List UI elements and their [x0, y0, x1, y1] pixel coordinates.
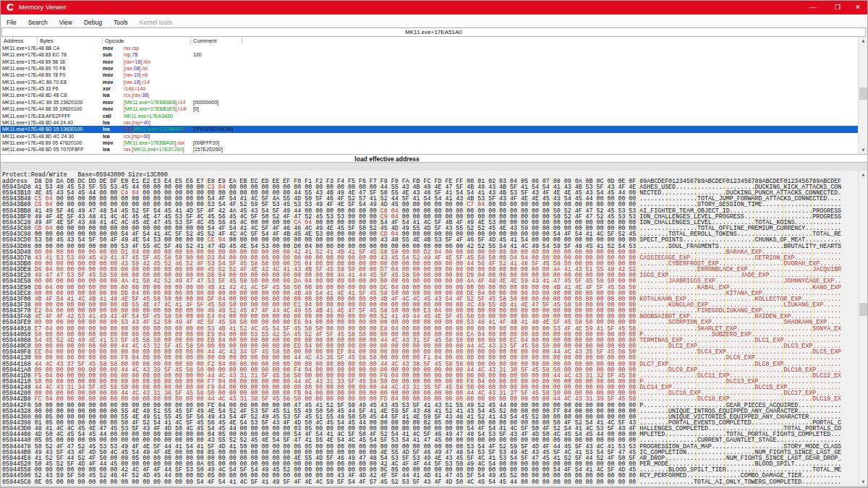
disasm-mnemonic: lea [103, 133, 110, 140]
disasm-operands: rax,[rsp+40] [124, 119, 150, 126]
menu-item-view[interactable]: View [54, 17, 78, 26]
disasm-operands: rdx,[MK11.exe+17EBB4F0] [124, 126, 185, 132]
menu-item-tools[interactable]: Tools [108, 17, 134, 26]
hexview[interactable]: Protect:Read/Write Base=05943000 Size=13… [1, 171, 858, 486]
disasm-bytes: 44 88 35 19620100 [38, 106, 102, 112]
disasm-row[interactable]: MK11.exe+17EA44 88 35 19620100mov[MK11.e… [1, 106, 858, 112]
disasm-operands: [rax-08],rsi [124, 65, 148, 72]
column-separator [190, 37, 191, 45]
disasm-row[interactable]: MK11.exe+17EA4C 89 35 23620100mov[MK11.e… [1, 99, 858, 106]
disasm-header-address: Address [4, 38, 24, 44]
disasm-bytes: 48 8D 05 7070F8FF [38, 146, 102, 153]
disasm-row[interactable]: MK11.exe+17EA48 8D 48 C8learcx,[rax-38] [1, 92, 858, 98]
disasm-row-selected[interactable]: MK11.exe+17EA48 8D 15 13630100leardx,[MK… [1, 126, 858, 132]
disasm-address: MK11.exe+17EA [2, 126, 38, 132]
disassembler-view[interactable]: MK11.exe+17EA48 8B C4movrax,rspMK11.exe+… [1, 45, 858, 154]
disasm-header-bytes: Bytes [40, 38, 54, 44]
disasm-row[interactable]: MK11.exe+17EA48 89 70 F8mov[rax-08],rsi [1, 65, 858, 72]
scroll-up-arrow-icon[interactable]: ▲ [859, 37, 868, 45]
disasm-scrollbar[interactable]: ▲ ▼ [858, 37, 868, 154]
disasm-address: MK11.exe+17EA [2, 72, 38, 78]
disasm-row[interactable]: MK11.exe+17EA48 8D 4C 24 30learcx,[rsp+3… [1, 133, 858, 140]
disasm-operands: rax,[MK11.exe+17E2C260] [124, 146, 184, 153]
disasm-operands: MK11.exe+17EA3480 [124, 113, 173, 119]
disasm-address: MK11.exe+17EA [2, 92, 38, 98]
scroll-down-arrow-icon[interactable]: ▼ [859, 146, 868, 154]
disasm-address: MK11.exe+17EA [2, 113, 38, 119]
scroll-down-arrow-icon[interactable]: ▼ [859, 478, 868, 486]
disasm-row[interactable]: MK11.exe+17EAE8 AFE2FFFFcallMK11.exe+17E… [1, 113, 858, 119]
disasm-operands: [rax+18],rbx [124, 59, 150, 65]
column-separator [102, 37, 103, 45]
menu-item-debug[interactable]: Debug [78, 17, 108, 26]
disasm-bytes: 4C 89 70 E8 [38, 79, 102, 85]
disasm-mnemonic: lea [103, 92, 110, 98]
instruction-info-bar: load effective address [1, 154, 867, 163]
hex-row-address: 059445C8 [2, 479, 35, 485]
disasm-mnemonic: lea [103, 119, 110, 126]
titlebar: Memory Viewer — ❐ ✕ [0, 0, 868, 14]
disasm-mnemonic: sub [103, 51, 111, 58]
disasm-row[interactable]: MK11.exe+17EA45 33 F6xorr14d,r14d [1, 85, 858, 92]
hexview-scrollbar[interactable]: ▲ ▼ [858, 171, 868, 486]
disasm-address: MK11.exe+17EA [2, 140, 38, 146]
column-separator [242, 37, 242, 45]
disasm-row[interactable]: MK11.exe+17EA48 89 05 47620100mov[MK11.e… [1, 140, 858, 146]
disasm-address: MK11.exe+17EA [2, 146, 38, 153]
hex-row[interactable]: 059445C8 0E 05 00 00 00 00 00 00 00 00 0… [2, 479, 841, 485]
disasm-comment: [157E2D260] [193, 146, 223, 153]
disasm-operands: [MK11.exe+17EBB3E8],r14 [124, 99, 185, 106]
column-separator [37, 37, 38, 45]
disasm-address: MK11.exe+17EA [2, 65, 38, 72]
disasm-address: MK11.exe+17EA [2, 51, 38, 58]
disasm-mnemonic: call [103, 113, 111, 119]
disasm-mnemonic: lea [103, 126, 110, 132]
scroll-up-arrow-icon[interactable]: ▲ [859, 171, 868, 179]
symbol-address-bar[interactable]: MK11.exe+17EA51A0 [1, 27, 866, 37]
disasm-bytes: 45 33 F6 [38, 85, 102, 92]
disasm-row[interactable]: MK11.exe+17EA4C 89 70 E8mov[rax-18],r14 [1, 79, 858, 85]
cheat-engine-icon [5, 2, 15, 12]
disasm-row[interactable]: MK11.exe+17EA48 89 58 18mov[rax+18],rbx [1, 59, 858, 65]
disasm-mnemonic: mov [103, 99, 113, 106]
disasm-mnemonic: mov [103, 72, 113, 78]
disasm-mnemonic: lea [103, 146, 110, 153]
disasm-bytes: 48 8D 4C 24 30 [38, 133, 102, 140]
menu-item-file[interactable]: File [1, 17, 22, 26]
pane-splitter[interactable] [1, 163, 867, 171]
disasm-address: MK11.exe+17EA [2, 59, 38, 65]
disasm-mnemonic: mov [103, 45, 113, 51]
disasm-bytes: 48 89 58 18 [38, 59, 102, 65]
disasm-address: MK11.exe+17EA [2, 85, 38, 92]
menu-item-kernel-tools[interactable]: Kernel tools [134, 17, 178, 26]
close-button[interactable]: ✕ [846, 0, 868, 14]
disasm-row[interactable]: MK11.exe+17EA48 8D 05 7070F8FFlearax,[MK… [1, 146, 858, 153]
disasm-row[interactable]: MK11.exe+17EA48 8D 44 24 40learax,[rsp+4… [1, 119, 858, 126]
disasm-bytes: 48 89 78 F0 [38, 72, 102, 78]
disasm-mnemonic: xor [103, 85, 111, 92]
disasm-comment: 120 [193, 51, 202, 58]
disasm-row[interactable]: MK11.exe+17EA48 8B C4movrax,rsp [1, 45, 858, 51]
disasm-operands: [MK11.exe+17EBB430],rax [124, 140, 184, 146]
disasm-bytes: 48 89 05 47620100 [38, 140, 102, 146]
disasm-comment: [00000000] [193, 99, 218, 106]
disasm-comment: [7FFDF9D24C50] [193, 126, 233, 132]
disasm-comment: [0] [193, 106, 199, 112]
disasm-scroll-thumb[interactable] [859, 87, 867, 100]
disasm-operands: rcx,[rax-38] [124, 92, 149, 98]
symbol-bar-wrap: MK11.exe+17EA51A0 [1, 27, 867, 37]
disasm-mnemonic: mov [103, 106, 113, 112]
hexview-scroll-thumb[interactable] [859, 303, 867, 316]
disasm-bytes: 48 8D 15 13630100 [38, 126, 102, 132]
minimize-button[interactable]: — [801, 0, 825, 14]
disasm-bytes: 48 83 EC 78 [38, 51, 102, 58]
disasm-address: MK11.exe+17EA [2, 133, 38, 140]
disasm-bytes: 48 8B C4 [38, 45, 102, 51]
menu-item-search[interactable]: Search [22, 17, 54, 26]
disasm-row[interactable]: MK11.exe+17EA48 83 EC 78subrsp,78120 [1, 51, 858, 58]
disasm-operands: [rax-10],rdi [124, 72, 148, 78]
disasm-operands: rsp,78 [124, 51, 137, 58]
disasm-mnemonic: mov [103, 65, 113, 72]
disasm-operands: rax,rsp [124, 45, 139, 51]
disasm-row[interactable]: MK11.exe+17EA48 89 78 F0mov[rax-10],rdi [1, 72, 858, 78]
